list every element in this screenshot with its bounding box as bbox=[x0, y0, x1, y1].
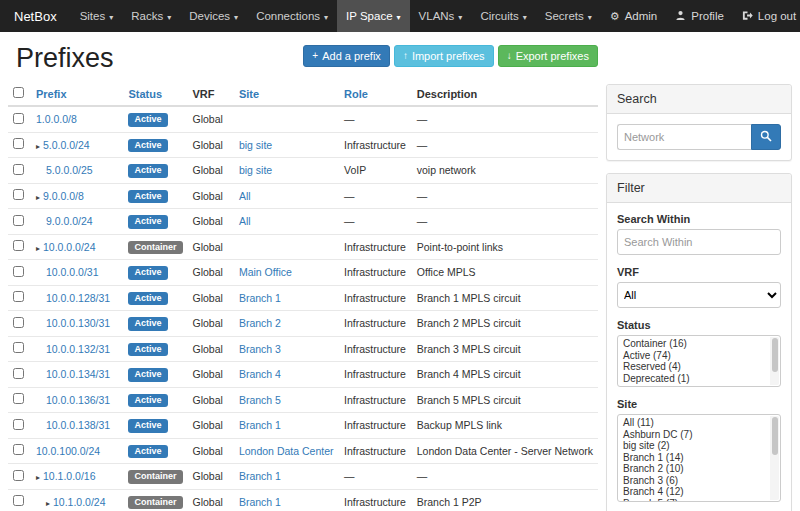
row-checkbox[interactable] bbox=[13, 444, 24, 455]
nav-item-ip-space[interactable]: IP Space▾ bbox=[337, 0, 409, 32]
row-checkbox[interactable] bbox=[13, 215, 24, 226]
site-link[interactable]: London Data Center bbox=[239, 445, 334, 457]
row-checkbox[interactable] bbox=[13, 495, 24, 506]
table-row: 10.0.100.0/24ActiveGlobalLondon Data Cen… bbox=[8, 438, 598, 464]
logout-link[interactable]: Log out bbox=[733, 0, 800, 32]
row-checkbox[interactable] bbox=[13, 317, 24, 328]
status-listbox[interactable]: Container (16)Active (74)Reserved (4)Dep… bbox=[617, 335, 781, 387]
row-checkbox[interactable] bbox=[13, 342, 24, 353]
vrf-cell: Global bbox=[188, 362, 234, 388]
site-link[interactable]: Branch 5 bbox=[239, 394, 281, 406]
import-prefixes-button[interactable]: ↑ Import prefixes bbox=[394, 45, 494, 67]
prefix-link[interactable]: 10.0.0.134/31 bbox=[46, 368, 110, 380]
nav-item-label: IP Space bbox=[346, 10, 392, 22]
add-prefix-button[interactable]: + Add a prefix bbox=[303, 45, 390, 67]
site-link[interactable]: Branch 1 bbox=[239, 470, 281, 482]
prefix-link[interactable]: 10.1.0.0/16 bbox=[43, 470, 96, 482]
row-checkbox[interactable] bbox=[13, 138, 24, 149]
site-link[interactable]: All bbox=[239, 190, 251, 202]
status-scrollbar[interactable] bbox=[770, 337, 779, 385]
listbox-option[interactable]: Branch 2 (10) bbox=[620, 463, 767, 475]
nav-item-sites[interactable]: Sites▾ bbox=[71, 0, 123, 32]
site-link[interactable]: Branch 1 bbox=[239, 419, 281, 431]
filter-panel-title: Filter bbox=[607, 174, 791, 203]
chevron-down-icon: ▾ bbox=[234, 13, 238, 22]
listbox-option[interactable]: Branch 1 (14) bbox=[620, 452, 767, 464]
listbox-option[interactable]: Active (74) bbox=[620, 350, 767, 362]
nav-item-secrets[interactable]: Secrets▾ bbox=[536, 0, 601, 32]
prefix-link[interactable]: 9.0.0.0/24 bbox=[46, 215, 93, 227]
listbox-option[interactable]: Branch 5 (7) bbox=[620, 498, 767, 503]
role-cell: Infrastructure bbox=[339, 413, 412, 439]
vrf-cell: Global bbox=[188, 285, 234, 311]
listbox-option[interactable]: Deprecated (1) bbox=[620, 373, 767, 385]
prefix-link[interactable]: 5.0.0.0/24 bbox=[43, 139, 90, 151]
listbox-option[interactable]: big site (2) bbox=[620, 440, 767, 452]
app-brand[interactable]: NetBox bbox=[0, 0, 71, 32]
row-checkbox[interactable] bbox=[13, 470, 24, 481]
site-link[interactable]: Branch 1 bbox=[239, 292, 281, 304]
site-listbox[interactable]: All (11)Ashburn DC (7)big site (2)Branch… bbox=[617, 414, 781, 502]
site-link[interactable]: big site bbox=[239, 139, 272, 151]
column-header-role[interactable]: Role bbox=[339, 82, 412, 106]
prefix-link[interactable]: 10.0.0.0/31 bbox=[46, 266, 99, 278]
site-link[interactable]: All bbox=[239, 215, 251, 227]
search-input[interactable] bbox=[617, 124, 751, 150]
site-link[interactable]: big site bbox=[239, 164, 272, 176]
nav-item-devices[interactable]: Devices▾ bbox=[180, 0, 247, 32]
row-checkbox[interactable] bbox=[13, 189, 24, 200]
nav-item-connections[interactable]: Connections▾ bbox=[247, 0, 337, 32]
prefix-link[interactable]: 10.0.0.128/31 bbox=[46, 292, 110, 304]
row-checkbox[interactable] bbox=[13, 164, 24, 175]
site-link[interactable]: Main Office bbox=[239, 266, 292, 278]
nav-item-vlans[interactable]: VLANs▾ bbox=[410, 0, 472, 32]
vrf-select[interactable]: All bbox=[617, 282, 781, 308]
prefix-link[interactable]: 9.0.0.0/8 bbox=[43, 190, 84, 202]
prefix-link[interactable]: 10.0.0.132/31 bbox=[46, 343, 110, 355]
listbox-option[interactable]: Ashburn DC (7) bbox=[620, 429, 767, 441]
listbox-option[interactable]: Branch 4 (12) bbox=[620, 486, 767, 498]
prefix-link[interactable]: 5.0.0.0/25 bbox=[46, 164, 93, 176]
status-badge: Active bbox=[128, 394, 167, 408]
row-checkbox[interactable] bbox=[13, 393, 24, 404]
search-button[interactable] bbox=[751, 124, 781, 150]
site-link[interactable]: Branch 4 bbox=[239, 368, 281, 380]
site-link[interactable]: Branch 3 bbox=[239, 343, 281, 355]
column-header-prefix[interactable]: Prefix bbox=[31, 82, 124, 106]
row-checkbox[interactable] bbox=[13, 266, 24, 277]
row-checkbox[interactable] bbox=[13, 368, 24, 379]
row-checkbox[interactable] bbox=[13, 419, 24, 430]
site-link[interactable]: Branch 1 bbox=[239, 496, 281, 508]
nav-item-racks[interactable]: Racks▾ bbox=[122, 0, 180, 32]
profile-link[interactable]: Profile bbox=[666, 0, 733, 32]
site-scrollbar[interactable] bbox=[770, 416, 779, 500]
vrf-cell: Global bbox=[188, 132, 234, 158]
row-checkbox[interactable] bbox=[13, 240, 24, 251]
table-row: ▸10.1.0.0/24ContainerGlobalBranch 1Infra… bbox=[8, 489, 598, 511]
vrf-cell: Global bbox=[188, 158, 234, 184]
user-icon bbox=[675, 10, 686, 23]
site-link[interactable]: Branch 2 bbox=[239, 317, 281, 329]
prefix-link[interactable]: 10.1.0.0/24 bbox=[53, 496, 106, 508]
prefix-link[interactable]: 10.0.0.0/24 bbox=[43, 241, 96, 253]
listbox-option[interactable]: All (11) bbox=[620, 417, 767, 429]
prefix-link[interactable]: 1.0.0.0/8 bbox=[36, 113, 77, 125]
admin-link[interactable]: ⚙ Admin bbox=[601, 0, 666, 32]
nav-item-label: Secrets bbox=[545, 10, 584, 22]
status-badge: Container bbox=[128, 496, 182, 510]
search-within-input[interactable] bbox=[617, 229, 781, 255]
prefix-link[interactable]: 10.0.100.0/24 bbox=[36, 445, 100, 457]
prefix-link[interactable]: 10.0.0.130/31 bbox=[46, 317, 110, 329]
export-prefixes-button[interactable]: ↓ Export prefixes bbox=[498, 45, 598, 67]
listbox-option[interactable]: Branch 3 (6) bbox=[620, 475, 767, 487]
listbox-option[interactable]: Container (16) bbox=[620, 338, 767, 350]
column-header-status[interactable]: Status bbox=[123, 82, 187, 106]
nav-item-circuits[interactable]: Circuits▾ bbox=[471, 0, 535, 32]
select-all-checkbox[interactable] bbox=[13, 87, 24, 98]
listbox-option[interactable]: Reserved (4) bbox=[620, 361, 767, 373]
prefix-link[interactable]: 10.0.0.136/31 bbox=[46, 394, 110, 406]
row-checkbox[interactable] bbox=[13, 113, 24, 124]
prefix-link[interactable]: 10.0.0.138/31 bbox=[46, 419, 110, 431]
column-header-site[interactable]: Site bbox=[234, 82, 339, 106]
row-checkbox[interactable] bbox=[13, 291, 24, 302]
